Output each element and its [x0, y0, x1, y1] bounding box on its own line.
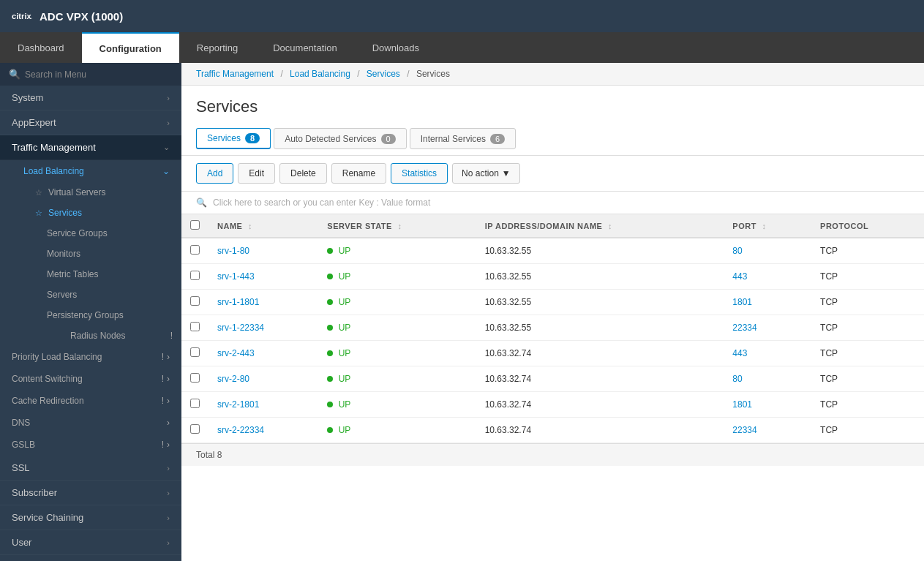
sidebar-sub-item-priority-lb[interactable]: Priority Load Balancing ! ›: [0, 346, 181, 368]
th-port[interactable]: PORT ↕: [724, 214, 811, 238]
sidebar-sub-item-load-balancing[interactable]: Load Balancing ⌄: [0, 160, 181, 182]
row-name-3[interactable]: srv-1-22334: [209, 315, 318, 341]
row-checkbox-4[interactable]: [190, 347, 200, 357]
no-action-button[interactable]: No action ▼: [452, 163, 520, 184]
status-text-1: UP: [339, 271, 351, 282]
sidebar-item-traffic-management[interactable]: Traffic Management ⌄: [0, 135, 181, 160]
row-checkbox-cell[interactable]: [181, 366, 209, 392]
row-port-1[interactable]: 443: [724, 264, 811, 290]
table-row: srv-2-443 UP 10.63.32.74 443 TCP: [181, 341, 924, 366]
sidebar-sub-sub-item-radius-nodes[interactable]: Radius Nodes !: [0, 325, 181, 346]
row-name-0[interactable]: srv-1-80: [209, 238, 318, 264]
services-table: NAME ↕ SERVER STATE ↕ IP ADDRESS/DOMAIN …: [181, 214, 924, 443]
select-all-checkbox[interactable]: [190, 220, 200, 230]
toolbar: Add Edit Delete Rename Statistics No act…: [181, 156, 924, 192]
sidebar-item-ssl[interactable]: SSL ›: [0, 456, 181, 481]
row-port-6[interactable]: 1801: [724, 392, 811, 418]
row-port-2[interactable]: 1801: [724, 290, 811, 315]
sidebar-sub-sub-item-service-groups[interactable]: Service Groups: [0, 223, 181, 244]
row-ip-1: 10.63.32.55: [476, 264, 724, 290]
sidebar-item-subscriber[interactable]: Subscriber ›: [0, 481, 181, 505]
delete-button[interactable]: Delete: [279, 163, 327, 184]
tab-auto-detected[interactable]: Auto Detected Services 0: [274, 128, 407, 149]
row-name-1[interactable]: srv-1-443: [209, 264, 318, 290]
status-dot-6: [327, 402, 333, 407]
sidebar-sub-sub-item-services[interactable]: ☆ Services: [0, 203, 181, 223]
inner-tabs: Services 8 Auto Detected Services 0 Inte…: [181, 122, 924, 156]
chevron-right-icon: ›: [167, 440, 170, 450]
breadcrumb-load-balancing[interactable]: Load Balancing: [290, 69, 350, 79]
tab-dashboard[interactable]: Dashboard: [0, 32, 82, 63]
row-checkbox-2[interactable]: [190, 296, 200, 306]
th-port-label: PORT: [732, 222, 756, 230]
row-checkbox-3[interactable]: [190, 322, 200, 331]
cs-icons: ! ›: [162, 374, 170, 384]
sidebar-sub-sub-item-persistency-groups[interactable]: Persistency Groups: [0, 305, 181, 325]
th-protocol-label: PROTOCOL: [820, 222, 868, 230]
tab-configuration[interactable]: Configuration: [82, 32, 179, 63]
row-port-5[interactable]: 80: [724, 366, 811, 392]
statistics-button[interactable]: Statistics: [391, 163, 448, 184]
row-port-7[interactable]: 22334: [724, 418, 811, 443]
sort-icon-name: ↕: [248, 222, 252, 230]
search-input[interactable]: [25, 69, 173, 80]
sidebar-sub-item-content-switching[interactable]: Content Switching ! ›: [0, 368, 181, 390]
row-checkbox-cell[interactable]: [181, 264, 209, 290]
row-name-5[interactable]: srv-2-80: [209, 366, 318, 392]
sidebar-sub-item-cache-redirection[interactable]: Cache Redirection ! ›: [0, 390, 181, 412]
row-checkbox-1[interactable]: [190, 271, 200, 280]
sidebar-item-user[interactable]: User ›: [0, 530, 181, 555]
sidebar-item-service-chaining-label: Service Chaining: [12, 512, 83, 523]
row-port-0[interactable]: 80: [724, 238, 811, 264]
table-search-area[interactable]: 🔍 Click here to search or you can enter …: [181, 192, 924, 214]
tab-reporting[interactable]: Reporting: [179, 32, 255, 63]
th-server-state[interactable]: SERVER STATE ↕: [318, 214, 476, 238]
breadcrumb-traffic-management[interactable]: Traffic Management: [196, 69, 274, 79]
tab-internal[interactable]: Internal Services 6: [410, 128, 517, 149]
table-row: srv-2-1801 UP 10.63.32.74 1801 TCP: [181, 392, 924, 418]
row-checkbox-cell[interactable]: [181, 290, 209, 315]
sidebar-sub-item-gslb[interactable]: GSLB ! ›: [0, 434, 181, 456]
row-name-4[interactable]: srv-2-443: [209, 341, 318, 366]
row-port-3[interactable]: 22334: [724, 315, 811, 341]
sidebar-sub-sub-item-services-label: Services: [48, 208, 82, 218]
sidebar-sub-item-dns[interactable]: DNS ›: [0, 412, 181, 434]
row-checkbox-6[interactable]: [190, 399, 200, 408]
sidebar-search-area[interactable]: 🔍: [0, 63, 181, 86]
sidebar-item-system[interactable]: System ›: [0, 86, 181, 110]
dropdown-arrow-icon: ▼: [502, 168, 511, 178]
row-checkbox-cell[interactable]: [181, 238, 209, 264]
th-checkbox: [181, 214, 209, 238]
th-name[interactable]: NAME ↕: [209, 214, 318, 238]
sidebar-sub-sub-item-virtual-servers[interactable]: ☆ Virtual Servers: [0, 182, 181, 203]
priority-lb-warning-icon: !: [162, 352, 164, 362]
row-checkbox-cell[interactable]: [181, 341, 209, 366]
breadcrumb-services-link[interactable]: Services: [367, 69, 400, 79]
sidebar-sub-sub-item-servers[interactable]: Servers: [0, 285, 181, 305]
table-row: srv-1-80 UP 10.63.32.55 80 TCP: [181, 238, 924, 264]
add-button[interactable]: Add: [196, 163, 233, 184]
tab-services[interactable]: Services 8: [196, 128, 271, 149]
row-checkbox-cell[interactable]: [181, 418, 209, 443]
edit-button[interactable]: Edit: [238, 163, 275, 184]
tab-documentation[interactable]: Documentation: [255, 32, 354, 63]
row-checkbox-cell[interactable]: [181, 315, 209, 341]
sidebar-sub-sub-item-monitors[interactable]: Monitors: [0, 244, 181, 264]
rename-button[interactable]: Rename: [331, 163, 386, 184]
row-ip-0: 10.63.32.55: [476, 238, 724, 264]
row-checkbox-cell[interactable]: [181, 392, 209, 418]
row-name-7[interactable]: srv-2-22334: [209, 418, 318, 443]
row-name-2[interactable]: srv-1-1801: [209, 290, 318, 315]
sidebar-sub-sub-item-metric-tables[interactable]: Metric Tables: [0, 264, 181, 285]
row-ip-2: 10.63.32.55: [476, 290, 724, 315]
tab-downloads[interactable]: Downloads: [355, 32, 437, 63]
sidebar-item-service-chaining[interactable]: Service Chaining ›: [0, 505, 181, 530]
row-checkbox-5[interactable]: [190, 373, 200, 383]
row-port-4[interactable]: 443: [724, 341, 811, 366]
th-ip[interactable]: IP ADDRESS/DOMAIN NAME ↕: [476, 214, 724, 238]
row-checkbox-0[interactable]: [190, 245, 200, 255]
total-label: Total: [196, 450, 214, 460]
sidebar-item-appexpert[interactable]: AppExpert ›: [0, 110, 181, 135]
row-checkbox-7[interactable]: [190, 424, 200, 434]
row-name-6[interactable]: srv-2-1801: [209, 392, 318, 418]
